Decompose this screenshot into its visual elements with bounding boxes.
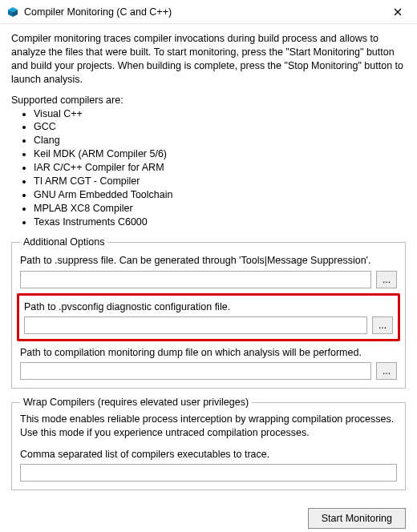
pvsconfig-path-browse-button[interactable]: ... xyxy=(372,316,393,334)
compiler-list-item: Visual C++ xyxy=(34,107,406,121)
dump-path-label: Path to compilation monitoring dump file… xyxy=(20,346,397,359)
dialog-body: Compiler monitoring traces compiler invo… xyxy=(0,24,417,505)
start-monitoring-button[interactable]: Start Monitoring xyxy=(308,508,406,529)
wrap-compilers-description: This mode enables reliable process inter… xyxy=(20,413,397,440)
suppress-path-browse-button[interactable]: ... xyxy=(376,271,397,288)
wrap-compilers-legend: Wrap Compilers (requires elevated user p… xyxy=(20,397,252,408)
wrap-compilers-group: Wrap Compilers (requires elevated user p… xyxy=(11,397,406,490)
titlebar: Compiler Monitoring (C and C++) xyxy=(0,0,417,24)
compiler-list-item: TI ARM CGT - Compiler xyxy=(34,175,406,188)
dump-path-input[interactable] xyxy=(20,362,371,380)
compiler-list-item: GNU Arm Embedded Toolchain xyxy=(34,188,406,202)
suppress-path-label: Path to .suppress file. Can be generated… xyxy=(20,254,397,267)
compiler-list-item: Clang xyxy=(34,134,406,147)
compiler-list-item: Texas Instruments C6000 xyxy=(34,216,406,229)
pvsconfig-highlight: Path to .pvsconfig diagnostic configurat… xyxy=(17,293,400,341)
app-icon xyxy=(6,6,19,18)
pvsconfig-path-label: Path to .pvsconfig diagnostic configurat… xyxy=(24,300,393,313)
pvsconfig-path-input[interactable] xyxy=(24,316,367,334)
compiler-list-item: MPLAB XC8 Compiler xyxy=(34,202,406,216)
wrap-list-input[interactable] xyxy=(20,464,397,482)
compiler-list-item: IAR C/C++ Compiler for ARM xyxy=(34,161,406,175)
close-button[interactable] xyxy=(385,1,411,23)
dump-path-browse-button[interactable]: ... xyxy=(376,362,397,380)
supported-compilers-list: Visual C++GCCClangKeil MDK (ARM Compiler… xyxy=(11,107,406,229)
suppress-path-input[interactable] xyxy=(20,271,371,288)
intro-text: Compiler monitoring traces compiler invo… xyxy=(11,32,406,87)
compiler-list-item: Keil MDK (ARM Compiler 5/6) xyxy=(34,147,406,161)
additional-options-group: Additional Options Path to .suppress fil… xyxy=(11,236,406,389)
additional-options-legend: Additional Options xyxy=(20,236,107,248)
wrap-list-label: Comma separated list of compilers execut… xyxy=(20,448,397,461)
supported-compilers-label: Supported compilers are: xyxy=(11,95,406,106)
dialog-footer: Start Monitoring xyxy=(0,505,417,529)
compiler-list-item: GCC xyxy=(34,120,406,134)
window-title: Compiler Monitoring (C and C++) xyxy=(24,6,385,18)
